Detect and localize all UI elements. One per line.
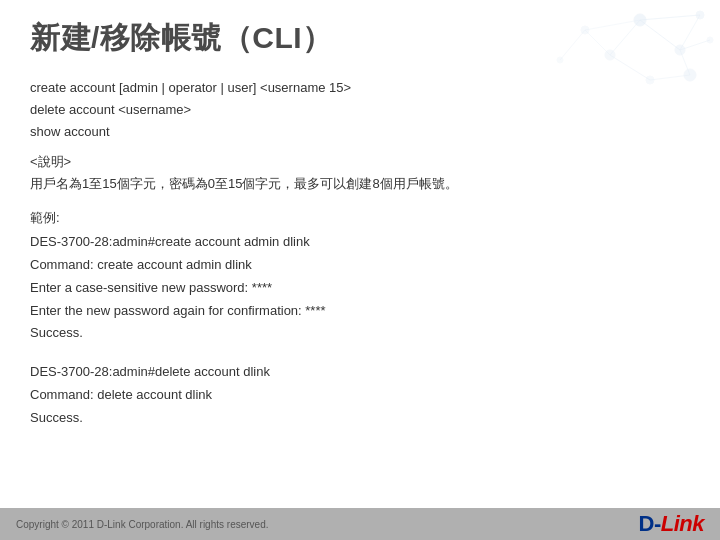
logo-dash-part: - bbox=[654, 511, 661, 536]
note-description: 用戶名為1至15個字元，密碼為0至15個字元，最多可以創建8個用戶帳號。 bbox=[30, 173, 690, 195]
example-block-2: DES-3700-28:admin#delete account dlink C… bbox=[30, 361, 690, 429]
example-block-1: 範例: DES-3700-28:admin#create account adm… bbox=[30, 209, 690, 345]
example1-line-3: Enter a case-sensitive new password: ***… bbox=[30, 277, 690, 300]
dlink-logo-text: D-Link bbox=[639, 511, 704, 537]
command-line-1: create account [admin | operator | user]… bbox=[30, 77, 690, 99]
example1-line-2: Command: create account admin dlink bbox=[30, 254, 690, 277]
page-title: 新建/移除帳號（CLI） bbox=[30, 18, 690, 59]
command-block: create account [admin | operator | user]… bbox=[30, 77, 690, 143]
logo-link-part: Link bbox=[661, 511, 704, 536]
footer: Copyright © 2011 D-Link Corporation. All… bbox=[0, 508, 720, 540]
logo-d-part: D bbox=[639, 511, 654, 536]
page-wrapper: 新建/移除帳號（CLI） create account [admin | ope… bbox=[0, 0, 720, 540]
content-area: 新建/移除帳號（CLI） create account [admin | ope… bbox=[0, 0, 720, 429]
footer-logo: D-Link bbox=[639, 511, 704, 537]
example2-line-3: Success. bbox=[30, 407, 690, 430]
example1-line-5: Success. bbox=[30, 322, 690, 345]
example1-line-4: Enter the new password again for confirm… bbox=[30, 300, 690, 323]
command-line-2: delete account <username> bbox=[30, 99, 690, 121]
example-section-label: 範例: bbox=[30, 209, 690, 227]
example2-line-2: Command: delete account dlink bbox=[30, 384, 690, 407]
example1-line-1: DES-3700-28:admin#create account admin d… bbox=[30, 231, 690, 254]
example2-line-1: DES-3700-28:admin#delete account dlink bbox=[30, 361, 690, 384]
note-label: <說明> bbox=[30, 153, 690, 171]
command-line-3: show account bbox=[30, 121, 690, 143]
footer-copyright: Copyright © 2011 D-Link Corporation. All… bbox=[16, 519, 269, 530]
